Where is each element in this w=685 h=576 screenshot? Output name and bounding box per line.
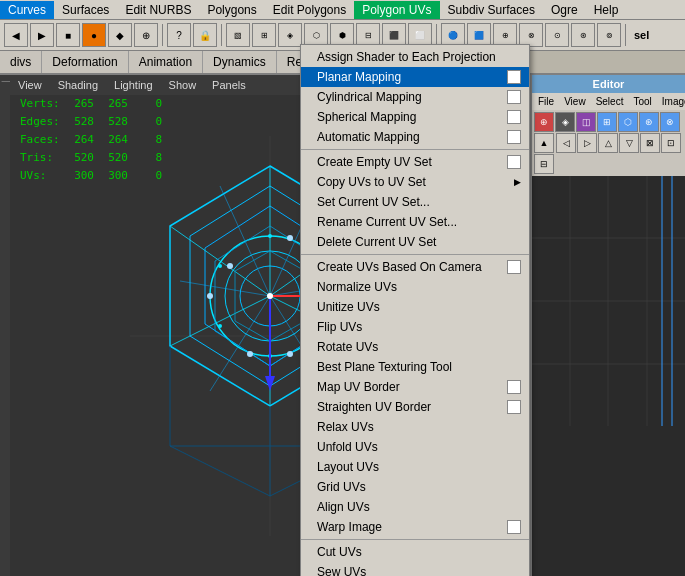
menu-unfold-uvs[interactable]: Unfold UVs bbox=[301, 437, 529, 457]
uv-btn-8[interactable]: ▲ bbox=[534, 133, 554, 153]
toolbar-btn-6[interactable]: ⊕ bbox=[134, 23, 158, 47]
uv-menu-view[interactable]: View bbox=[560, 95, 590, 108]
menu-spherical-mapping[interactable]: Spherical Mapping bbox=[301, 107, 529, 127]
menu-flip-uvs[interactable]: Flip UVs bbox=[301, 317, 529, 337]
uv-menu-image[interactable]: Image bbox=[658, 95, 685, 108]
polygon-uvs-dropdown: Assign Shader to Each Projection Planar … bbox=[300, 44, 530, 576]
planar-mapping-icon bbox=[507, 70, 521, 84]
stat-uvs: UVs: 300 300 0 bbox=[20, 167, 162, 185]
svg-point-38 bbox=[207, 293, 213, 299]
toolbar-btn-4[interactable]: ● bbox=[82, 23, 106, 47]
menu-cut-uvs[interactable]: Cut UVs bbox=[301, 542, 529, 562]
menu-section-1: Assign Shader to Each Projection Planar … bbox=[301, 45, 529, 150]
uv-btn-1[interactable]: ⊕ bbox=[534, 112, 554, 132]
toolbar-sep-2 bbox=[221, 24, 222, 46]
toolbar-btn-21[interactable]: ⊙ bbox=[545, 23, 569, 47]
svg-point-23 bbox=[268, 234, 272, 238]
uv-menu-select[interactable]: Select bbox=[592, 95, 628, 108]
viewport-menu-view[interactable]: View bbox=[10, 77, 50, 93]
menu-edit-polygons[interactable]: Edit Polygons bbox=[265, 1, 354, 19]
menu-layout-uvs[interactable]: Layout UVs bbox=[301, 457, 529, 477]
menu-grid-uvs[interactable]: Grid UVs bbox=[301, 477, 529, 497]
toolbar-btn-23[interactable]: ⊚ bbox=[597, 23, 621, 47]
menu-create-uvs-camera[interactable]: Create UVs Based On Camera bbox=[301, 257, 529, 277]
uv-btn-2[interactable]: ◈ bbox=[555, 112, 575, 132]
menu-relax-uvs[interactable]: Relax UVs bbox=[301, 417, 529, 437]
viewport-menu-shading[interactable]: Shading bbox=[50, 77, 106, 93]
svg-point-40 bbox=[247, 351, 253, 357]
toolbar-sep-4 bbox=[625, 24, 626, 46]
svg-point-28 bbox=[218, 324, 222, 328]
menu-edit-nurbs[interactable]: Edit NURBS bbox=[117, 1, 199, 19]
uv-grid-svg bbox=[532, 176, 685, 426]
menu-map-uv-border[interactable]: Map UV Border bbox=[301, 377, 529, 397]
toolbar-btn-8[interactable]: 🔒 bbox=[193, 23, 217, 47]
uv-menu-file[interactable]: File bbox=[534, 95, 558, 108]
svg-point-36 bbox=[227, 263, 233, 269]
toolbar-btn-2[interactable]: ▶ bbox=[30, 23, 54, 47]
menu-sew-uvs[interactable]: Sew UVs bbox=[301, 562, 529, 576]
uv-editor-menu: File View Select Tool Image bbox=[532, 93, 685, 110]
menu-best-plane-texturing[interactable]: Best Plane Texturing Tool bbox=[301, 357, 529, 377]
menu-normalize-uvs[interactable]: Normalize UVs bbox=[301, 277, 529, 297]
viewport-menu-lighting[interactable]: Lighting bbox=[106, 77, 161, 93]
uv-btn-13[interactable]: ⊠ bbox=[640, 133, 660, 153]
svg-point-34 bbox=[287, 235, 293, 241]
menu-section-4: Cut UVs Sew UVs Move and Sew UVs Merge U… bbox=[301, 540, 529, 576]
menu-delete-current-uvset[interactable]: Delete Current UV Set bbox=[301, 232, 529, 252]
menu-straighten-uv-border[interactable]: Straighten UV Border bbox=[301, 397, 529, 417]
menu-subdiv-surfaces[interactable]: Subdiv Surfaces bbox=[440, 1, 543, 19]
uv-btn-7[interactable]: ⊗ bbox=[660, 112, 680, 132]
stat-verts: Verts: 265 265 0 bbox=[20, 95, 162, 113]
uv-btn-10[interactable]: ▷ bbox=[577, 133, 597, 153]
uv-btn-3[interactable]: ◫ bbox=[576, 112, 596, 132]
uv-btn-12[interactable]: ▽ bbox=[619, 133, 639, 153]
tab-animation[interactable]: Animation bbox=[129, 51, 203, 73]
menu-automatic-mapping[interactable]: Automatic Mapping bbox=[301, 127, 529, 147]
uv-btn-5[interactable]: ⬡ bbox=[618, 112, 638, 132]
menu-polygon-uvs[interactable]: Polygon UVs bbox=[354, 1, 439, 19]
menu-help[interactable]: Help bbox=[586, 1, 627, 19]
toolbar-btn-5[interactable]: ◆ bbox=[108, 23, 132, 47]
menu-rename-current-uvset[interactable]: Rename Current UV Set... bbox=[301, 212, 529, 232]
menu-copy-uvs[interactable]: Copy UVs to UV Set ▶ bbox=[301, 172, 529, 192]
toolbar-btn-1[interactable]: ◀ bbox=[4, 23, 28, 47]
uv-btn-11[interactable]: △ bbox=[598, 133, 618, 153]
menu-ogre[interactable]: Ogre bbox=[543, 1, 586, 19]
menu-align-uvs[interactable]: Align UVs bbox=[301, 497, 529, 517]
viewport-menu-panels[interactable]: Panels bbox=[204, 77, 254, 93]
copy-uvs-arrow: ▶ bbox=[514, 177, 521, 187]
stat-edges: Edges: 528 528 0 bbox=[20, 113, 162, 131]
toolbar-btn-7[interactable]: ? bbox=[167, 23, 191, 47]
uv-btn-9[interactable]: ◁ bbox=[556, 133, 576, 153]
menu-set-current-uvset[interactable]: Set Current UV Set... bbox=[301, 192, 529, 212]
menu-unitize-uvs[interactable]: Unitize UVs bbox=[301, 297, 529, 317]
toolbar-btn-22[interactable]: ⊛ bbox=[571, 23, 595, 47]
menu-create-empty-uv-set[interactable]: Create Empty UV Set bbox=[301, 152, 529, 172]
uv-btn-15[interactable]: ⊟ bbox=[534, 154, 554, 174]
tab-deformation[interactable]: Deformation bbox=[42, 51, 128, 73]
tab-divs[interactable]: divs bbox=[0, 51, 42, 73]
menu-assign-shader[interactable]: Assign Shader to Each Projection bbox=[301, 47, 529, 67]
menu-cylindrical-mapping[interactable]: Cylindrical Mapping bbox=[301, 87, 529, 107]
toolbar-btn-10[interactable]: ⊞ bbox=[252, 23, 276, 47]
uv-btn-6[interactable]: ⊛ bbox=[639, 112, 659, 132]
menu-surfaces[interactable]: Surfaces bbox=[54, 1, 117, 19]
toolbar-btn-3[interactable]: ■ bbox=[56, 23, 80, 47]
menu-warp-image[interactable]: Warp Image bbox=[301, 517, 529, 537]
toolbar-btn-11[interactable]: ◈ bbox=[278, 23, 302, 47]
uv-btn-4[interactable]: ⊞ bbox=[597, 112, 617, 132]
cylindrical-mapping-icon bbox=[507, 90, 521, 104]
menu-curves[interactable]: Curves bbox=[0, 1, 54, 19]
menu-polygons[interactable]: Polygons bbox=[199, 1, 264, 19]
menu-section-2: Create Empty UV Set Copy UVs to UV Set ▶… bbox=[301, 150, 529, 255]
uv-btn-14[interactable]: ⊡ bbox=[661, 133, 681, 153]
uv-menu-tool[interactable]: Tool bbox=[629, 95, 655, 108]
menu-rotate-uvs[interactable]: Rotate UVs bbox=[301, 337, 529, 357]
viewport-menu-show[interactable]: Show bbox=[161, 77, 205, 93]
menu-planar-mapping[interactable]: Planar Mapping bbox=[301, 67, 529, 87]
tab-dynamics[interactable]: Dynamics bbox=[203, 51, 277, 73]
uv-viewport[interactable] bbox=[532, 176, 685, 576]
left-icon-panel: │ bbox=[0, 75, 10, 576]
toolbar-btn-9[interactable]: ▧ bbox=[226, 23, 250, 47]
